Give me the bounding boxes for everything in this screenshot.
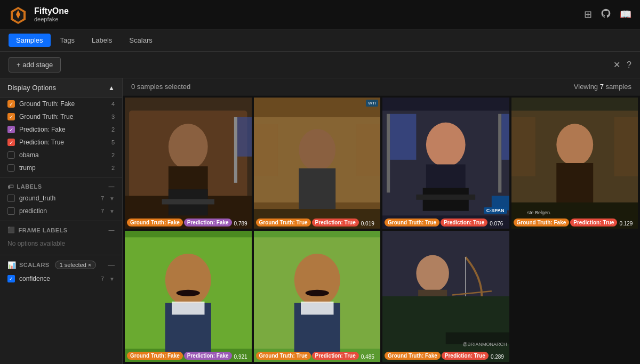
labels-collapse-button[interactable]: — [109, 183, 115, 190]
svg-rect-10 [234, 117, 237, 183]
pred-tag-6: Prediction: True [312, 352, 359, 360]
grid-item-2[interactable]: WTI Ground Truth: True Prediction: True … [254, 98, 381, 229]
label-icon: 🏷 [7, 183, 14, 190]
filter-gt-true-count: 3 [111, 114, 115, 120]
frame-labels-section-header: ⬛ FRAME LABELS — [0, 221, 122, 236]
scalars-section-title: SCALARS [19, 262, 50, 268]
filter-ground-truth-true[interactable]: ✓ Ground Truth: True 3 [0, 110, 122, 123]
grid-item-1[interactable]: Ground Truth: Fake Prediction: Fake 0.78… [125, 98, 252, 229]
nav-tabs: Samples Tags Labels Scalars [0, 29, 640, 52]
label-prediction[interactable]: prediction 7 ▼ [0, 205, 122, 217]
content-header: 0 samples selected Viewing 7 samples [123, 78, 640, 95]
samples-selected-text: 0 samples selected [131, 83, 190, 91]
filter-pred-fake-label: Prediction: Fake [19, 126, 107, 133]
frame-labels-collapse[interactable]: — [109, 227, 115, 233]
label-pred-name: prediction [19, 207, 97, 215]
label-pred-expand[interactable]: ▼ [109, 208, 115, 214]
content-area: 0 samples selected Viewing 7 samples [123, 78, 640, 364]
checkbox-pred-fake[interactable]: ✓ [7, 126, 15, 133]
belgen-text: ste Belgen. [527, 210, 551, 215]
tag-row-2: Ground Truth: True Prediction: True 0.01… [254, 216, 381, 229]
filter-trump[interactable]: trump 2 [0, 161, 122, 174]
label-gt-expand[interactable]: ▼ [109, 196, 115, 201]
app-title: FiftyOne [34, 6, 69, 16]
tag-row-5: Ground Truth: Fake Prediction: Fake 0.92… [125, 350, 252, 362]
display-options-toggle[interactable]: Display Options ▲ [0, 78, 122, 98]
grid-item-6[interactable]: Ground Truth: True Prediction: True 0.48… [254, 231, 381, 362]
checkbox-gt-fake[interactable]: ✓ [7, 100, 15, 108]
tag-row-1: Ground Truth: Fake Prediction: Fake 0.78… [125, 216, 252, 229]
filter-pred-true-count: 5 [111, 139, 115, 145]
book-icon[interactable]: 📖 [620, 9, 631, 20]
checkbox-pred-true[interactable]: ✓ [7, 139, 15, 146]
score-1: 0.789 [234, 221, 247, 227]
gt-tag-3: Ground Truth: True [385, 219, 439, 227]
svg-rect-49 [301, 302, 334, 315]
labels-section-title: LABELS [17, 183, 42, 190]
grid-item-7[interactable]: @BRIANMONARCH Ground Truth: Fake Predict… [382, 231, 509, 362]
image-grid: Ground Truth: Fake Prediction: Fake 0.78… [123, 95, 640, 364]
help-icon[interactable]: ? [627, 60, 631, 70]
chevron-up-icon: ▲ [108, 84, 115, 92]
label-ground-truth[interactable]: ground_truth 7 ▼ [0, 192, 122, 205]
svg-rect-11 [237, 117, 252, 157]
viewing-info: Viewing 7 samples [574, 83, 631, 91]
pred-tag-4: Prediction: True [570, 219, 617, 227]
svg-point-52 [416, 255, 449, 292]
header: FiftyOne deepfake ⊞ 📖 [0, 0, 640, 29]
tab-tags[interactable]: Tags [53, 34, 82, 47]
grid-icon[interactable]: ⊞ [584, 9, 592, 20]
svg-rect-17 [254, 124, 278, 176]
svg-point-5 [169, 124, 208, 169]
checkbox-obama[interactable] [7, 151, 15, 159]
svg-rect-35 [511, 117, 535, 176]
confidence-checkbox[interactable]: ✓ [7, 275, 15, 282]
label-pred-count: 7 [101, 208, 104, 214]
close-icon[interactable]: ✕ [613, 60, 620, 70]
svg-rect-29 [501, 114, 509, 160]
confidence-expand[interactable]: ▼ [109, 276, 115, 282]
pred-tag-3: Prediction: True [441, 219, 487, 227]
grid-item-5[interactable]: Ground Truth: Fake Prediction: Fake 0.92… [125, 231, 252, 362]
svg-rect-28 [498, 114, 501, 193]
svg-rect-26 [387, 114, 390, 193]
score-2: 0.019 [361, 221, 374, 227]
scalars-badge[interactable]: 1 selected × [55, 261, 97, 269]
filter-obama-label: obama [19, 151, 107, 159]
checkbox-trump[interactable] [7, 164, 15, 172]
confidence-label: confidence [19, 275, 97, 282]
score-7: 0.289 [491, 354, 504, 360]
scalars-collapse-button[interactable]: — [108, 261, 115, 269]
pred-tag-2: Prediction: True [312, 219, 359, 227]
tab-samples[interactable]: Samples [9, 34, 51, 47]
filter-prediction-true[interactable]: ✓ Prediction: True 5 [0, 136, 122, 149]
tag-row-3: Ground Truth: True Prediction: True 0.07… [382, 216, 509, 229]
checkbox-gt-true[interactable]: ✓ [7, 113, 15, 120]
add-stage-button[interactable]: + add stage [9, 57, 61, 72]
checkbox-ground-truth[interactable] [7, 195, 15, 202]
filter-gt-fake-count: 4 [111, 101, 115, 107]
grid-item-4[interactable]: ste Belgen. Ground Truth: Fake Predictio… [511, 98, 638, 229]
sidebar: Display Options ▲ ✓ Ground Truth: Fake 4… [0, 78, 123, 364]
pred-tag-1: Prediction: Fake [184, 219, 232, 227]
confidence-item[interactable]: ✓ confidence 7 ▼ [0, 272, 122, 285]
filter-gt-fake-label: Ground Truth: Fake [19, 100, 107, 108]
tab-scalars[interactable]: Scalars [122, 34, 159, 47]
filter-obama-count: 2 [111, 152, 115, 158]
app-subtitle: deepfake [34, 16, 69, 22]
brian-text: @BRIANMONARCH [462, 342, 507, 347]
score-6: 0.485 [361, 354, 374, 360]
confidence-count: 7 [101, 276, 104, 282]
svg-point-33 [556, 124, 593, 166]
github-icon[interactable] [601, 8, 611, 21]
checkbox-prediction[interactable] [7, 207, 15, 215]
grid-item-3[interactable]: C-SPAN Ground Truth: True Prediction: Tr… [382, 98, 509, 229]
frame-label-icon: ⬛ [7, 227, 15, 233]
filter-trump-label: trump [19, 164, 107, 172]
filter-ground-truth-fake[interactable]: ✓ Ground Truth: Fake 4 [0, 98, 122, 110]
filter-prediction-fake[interactable]: ✓ Prediction: Fake 2 [0, 123, 122, 136]
svg-rect-27 [390, 114, 416, 160]
filter-obama[interactable]: obama 2 [0, 149, 122, 161]
tab-labels[interactable]: Labels [84, 34, 119, 47]
label-gt-name: ground_truth [19, 195, 97, 202]
